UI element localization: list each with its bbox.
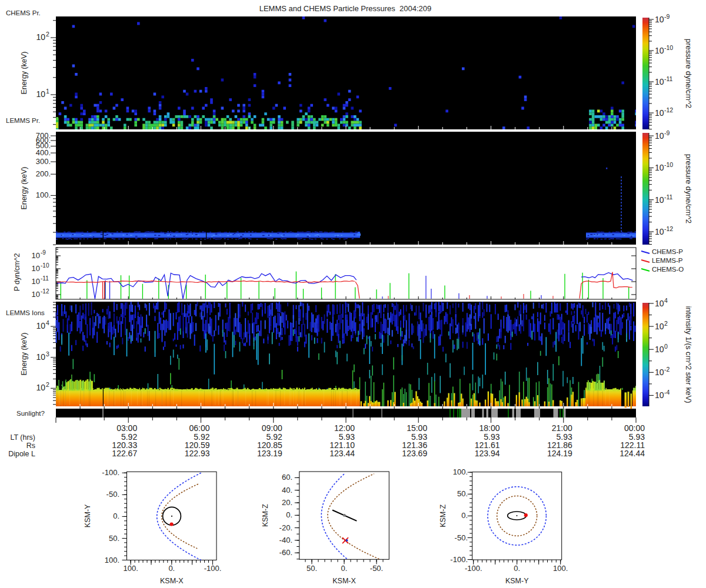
svg-text:-12: -12 bbox=[664, 225, 673, 232]
svg-text:2: 2 bbox=[46, 31, 49, 38]
svg-text:15:00: 15:00 bbox=[407, 423, 427, 433]
svg-text:-2: -2 bbox=[664, 366, 670, 373]
svg-text:10: 10 bbox=[36, 352, 45, 362]
svg-text:100.: 100. bbox=[453, 467, 468, 476]
svg-text:10: 10 bbox=[36, 383, 45, 392]
svg-text:60.: 60. bbox=[282, 473, 292, 482]
svg-text:KSM-X: KSM-X bbox=[332, 577, 356, 585]
svg-text:10: 10 bbox=[32, 277, 40, 286]
svg-text:CHEMS-O: CHEMS-O bbox=[652, 266, 684, 273]
svg-text:4: 4 bbox=[664, 297, 668, 304]
svg-text:0.: 0. bbox=[286, 510, 292, 519]
svg-text:00:00: 00:00 bbox=[624, 423, 645, 433]
svg-text:pressure dyne/cm^2: pressure dyne/cm^2 bbox=[684, 39, 693, 108]
svg-text:Dipole L: Dipole L bbox=[8, 450, 35, 458]
svg-text:intensity 1/(s cm^2 ster keV): intensity 1/(s cm^2 ster keV) bbox=[684, 306, 693, 403]
svg-text:-50.: -50. bbox=[455, 533, 468, 542]
svg-text:KSM-Y: KSM-Y bbox=[505, 577, 529, 585]
svg-text:0.: 0. bbox=[514, 564, 520, 573]
svg-text:-50.: -50. bbox=[370, 564, 383, 573]
svg-text:-9: -9 bbox=[41, 249, 46, 256]
svg-text:0.: 0. bbox=[113, 512, 119, 520]
svg-text:-20.: -20. bbox=[279, 523, 292, 532]
svg-text:123.44: 123.44 bbox=[329, 449, 355, 458]
svg-text:-100.: -100. bbox=[102, 468, 119, 477]
svg-text:100.: 100. bbox=[105, 556, 119, 564]
svg-text:-10: -10 bbox=[664, 44, 673, 51]
svg-text:124.44: 124.44 bbox=[620, 449, 645, 458]
svg-text:10: 10 bbox=[655, 46, 664, 55]
svg-text:-40.: -40. bbox=[279, 536, 292, 544]
svg-text:123.69: 123.69 bbox=[402, 449, 427, 458]
svg-text:-100.: -100. bbox=[204, 564, 222, 573]
svg-text:-9: -9 bbox=[664, 129, 670, 136]
svg-text:10: 10 bbox=[655, 299, 664, 308]
svg-text:Energy (keV): Energy (keV) bbox=[20, 333, 28, 376]
svg-text:Rs: Rs bbox=[26, 442, 35, 450]
svg-text:06:00: 06:00 bbox=[189, 423, 209, 433]
svg-text:-4: -4 bbox=[664, 389, 670, 396]
svg-text:-11: -11 bbox=[664, 193, 673, 201]
svg-text:Energy (keV): Energy (keV) bbox=[20, 167, 28, 210]
svg-text:100.: 100. bbox=[36, 191, 51, 199]
svg-text:0.: 0. bbox=[461, 511, 468, 520]
svg-text:pressure dyne/cm^2: pressure dyne/cm^2 bbox=[684, 154, 693, 223]
svg-text:03:00: 03:00 bbox=[116, 423, 137, 433]
svg-text:LEMMS Ions: LEMMS Ions bbox=[6, 309, 45, 316]
svg-text:-100.: -100. bbox=[450, 555, 468, 564]
svg-text:KSM-Y: KSM-Y bbox=[84, 504, 92, 527]
svg-text:0.: 0. bbox=[341, 564, 348, 573]
svg-text:12:00: 12:00 bbox=[334, 423, 355, 433]
svg-text:-9: -9 bbox=[664, 13, 670, 20]
svg-text:10: 10 bbox=[36, 321, 45, 330]
svg-text:400.: 400. bbox=[36, 148, 51, 157]
svg-text:122.67: 122.67 bbox=[112, 449, 137, 458]
svg-text:0.: 0. bbox=[168, 564, 175, 573]
svg-text:100.: 100. bbox=[553, 564, 568, 573]
svg-text:KSM-Z: KSM-Z bbox=[439, 505, 447, 527]
svg-text:122.93: 122.93 bbox=[185, 449, 210, 458]
svg-text:LEMMS-P: LEMMS-P bbox=[652, 257, 683, 264]
svg-text:10: 10 bbox=[655, 195, 664, 205]
svg-text:10: 10 bbox=[32, 251, 40, 260]
svg-text:10: 10 bbox=[36, 89, 45, 99]
svg-text:124.19: 124.19 bbox=[547, 449, 572, 458]
svg-text:40.: 40. bbox=[282, 486, 292, 495]
svg-text:50.: 50. bbox=[109, 534, 119, 543]
svg-text:50.: 50. bbox=[457, 489, 468, 498]
svg-text:-10: -10 bbox=[41, 262, 49, 269]
svg-text:50.: 50. bbox=[307, 564, 317, 573]
svg-text:2: 2 bbox=[664, 320, 668, 327]
svg-text:10: 10 bbox=[655, 227, 664, 236]
svg-text:LT (hrs): LT (hrs) bbox=[10, 433, 35, 442]
svg-text:21:00: 21:00 bbox=[552, 423, 572, 433]
svg-text:-60.: -60. bbox=[279, 548, 292, 557]
svg-text:KSM-X: KSM-X bbox=[160, 577, 184, 585]
svg-text:10: 10 bbox=[655, 163, 664, 172]
svg-text:100.: 100. bbox=[123, 564, 138, 573]
svg-text:3: 3 bbox=[46, 350, 49, 358]
svg-text:1: 1 bbox=[46, 88, 49, 95]
svg-text:10: 10 bbox=[655, 390, 664, 400]
svg-text:P dyn/cm^2: P dyn/cm^2 bbox=[13, 253, 21, 292]
svg-text:10: 10 bbox=[655, 15, 664, 24]
svg-text:CHEMS-P: CHEMS-P bbox=[652, 248, 683, 255]
svg-text:-50.: -50. bbox=[106, 490, 119, 499]
svg-text:-100.: -100. bbox=[465, 564, 482, 573]
svg-text:10: 10 bbox=[655, 108, 664, 118]
svg-text:200.: 200. bbox=[36, 169, 51, 178]
svg-text:10: 10 bbox=[32, 290, 40, 299]
svg-text:123.94: 123.94 bbox=[475, 449, 500, 458]
svg-text:LEMMS and CHEMS Particle Press: LEMMS and CHEMS Particle Pressures 2004:… bbox=[259, 4, 432, 13]
svg-text:18:00: 18:00 bbox=[479, 423, 499, 433]
svg-text:-10: -10 bbox=[664, 161, 673, 168]
svg-text:10: 10 bbox=[655, 345, 664, 354]
svg-text:123.19: 123.19 bbox=[257, 449, 282, 458]
svg-text:10: 10 bbox=[36, 32, 45, 42]
svg-text:-12: -12 bbox=[664, 106, 673, 113]
svg-text:10: 10 bbox=[655, 368, 664, 377]
svg-text:10: 10 bbox=[32, 264, 40, 273]
svg-text:Sunlight?: Sunlight? bbox=[16, 410, 45, 417]
svg-text:4: 4 bbox=[46, 319, 49, 326]
svg-text:0: 0 bbox=[664, 343, 668, 350]
